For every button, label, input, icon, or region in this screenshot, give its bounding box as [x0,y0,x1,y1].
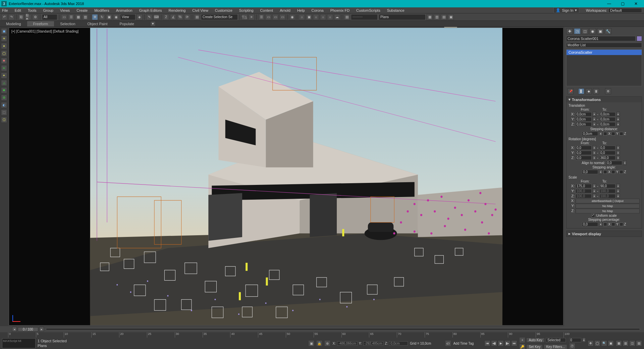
select-place-button[interactable]: ◉ [113,14,119,20]
max-viewport-button[interactable]: ◫ [629,340,635,346]
scale-z-to-input[interactable] [599,194,615,198]
set-key-button[interactable]: Set Key [526,344,543,349]
rot-y-to-input[interactable] [599,151,615,155]
scale-z-from-input[interactable] [576,194,592,198]
menu-civil-view[interactable]: Civil View [192,8,208,12]
ribbon-expand-icon[interactable]: ▾ [150,21,156,27]
display-tab[interactable]: ▣ [597,28,604,34]
trans-y-to-input[interactable] [599,117,615,121]
create-light-icon[interactable]: ☀ [1,36,7,42]
prev-frame-button[interactable]: ◂▮ [491,340,497,346]
configure-sets-button[interactable]: ⚙ [605,88,611,94]
minimize-button[interactable]: — [602,1,616,6]
zoom-view-button[interactable]: 🔍 [601,340,607,346]
lock-selection-button[interactable]: 🔒 [316,340,322,346]
angle-z-check[interactable] [620,170,623,174]
scale-x-to-input[interactable] [599,184,615,188]
key-selected-select[interactable]: Selected [546,338,566,342]
select-rect-button[interactable]: ▦ [75,14,81,20]
ribbon-tab-modeling[interactable]: Modeling [0,21,27,27]
lt-icon-5[interactable]: ⬚ [1,109,7,115]
zoom-all-button[interactable]: ▥ [623,340,629,346]
angle-x-check[interactable] [603,170,607,174]
pct-x-check[interactable] [603,222,607,226]
manipulate-button[interactable]: ✎ [146,14,152,20]
close-button[interactable]: ✕ [629,1,643,6]
lt-icon-6[interactable]: ⓘ [1,117,7,123]
layer-del-button[interactable]: ▤ [441,14,447,20]
menu-substance[interactable]: Substance [387,8,405,12]
rot-x-to-input[interactable] [599,146,615,150]
spinner-up-icon[interactable]: ▴ [593,145,596,150]
layer-vis-button[interactable]: ▣ [448,14,454,20]
trans-z-to-input[interactable] [599,122,615,127]
pin-stack-button[interactable]: 📌 [568,88,574,94]
spinner-snap-button[interactable]: ⟳ [184,14,190,20]
select-move-button[interactable]: ✥ [92,14,98,20]
spinner-up-icon[interactable]: ▴ [616,145,620,150]
angle-y-check[interactable] [611,170,615,174]
next-frame-button[interactable]: ▮▸ [504,340,511,346]
hierarchy-tab[interactable]: ◫ [582,28,588,34]
coord-x[interactable]: -486,066cm [337,341,358,346]
step-pct-input[interactable] [582,222,598,227]
workspaces-select[interactable]: Default [608,8,642,13]
window-crossing-button[interactable]: ▥ [82,14,88,20]
material-editor-button[interactable]: ◉ [289,14,295,20]
orbit-view-button[interactable]: ◯ [594,340,600,346]
menu-modifiers[interactable]: Modifiers [94,8,109,12]
ribbon-tab-selection[interactable]: Selection [54,21,81,27]
plans-select[interactable]: Plans [379,14,426,20]
scale-y-from-input[interactable] [576,189,592,193]
curve-editor-button[interactable]: ▭ [272,14,278,20]
trans-z-from-input[interactable] [576,122,592,127]
render-activeshade-button[interactable]: ☼ [327,14,333,20]
create-system-icon[interactable]: ✦ [1,72,7,79]
menu-arnold[interactable]: Arnold [280,8,290,12]
spinner-up-icon[interactable]: ▴ [616,112,620,116]
undo-button[interactable]: ↶ [1,14,7,20]
scale-x-map-button[interactable]: atterBaseMask ( Output [576,199,640,203]
goto-end-button[interactable]: ⏭ [511,340,517,346]
edit-named-sel-button[interactable]: ▤ [194,14,200,20]
menu-help[interactable]: Help [297,8,305,12]
scale-z-map-button[interactable]: No Map [576,209,640,213]
mirror-button[interactable]: ▽△ [241,14,248,20]
snap-percent-button[interactable]: % [177,14,183,20]
menu-file[interactable]: File [2,8,8,12]
step-x-check[interactable] [603,132,607,136]
modifier-list-select[interactable]: Modifier List [566,43,642,48]
menu-animation[interactable]: Animation [116,8,132,12]
menu-scripting[interactable]: Scripting [239,8,254,12]
scale-y-to-input[interactable] [599,189,615,193]
keyboard-shortcut-button[interactable]: ⌨ [153,14,159,20]
trans-y-from-input[interactable] [576,117,592,121]
spinner-up-icon[interactable]: ▴ [593,150,596,155]
time-track[interactable] [46,328,640,330]
menu-content[interactable]: Content [260,8,273,12]
step-y-check[interactable] [611,132,615,136]
rot-z-from-input[interactable] [576,156,592,160]
rot-x-from-input[interactable] [576,146,592,150]
ribbon-tab-object-paint[interactable]: Object Paint [82,21,114,27]
render-cloud-button[interactable]: ☁ [334,14,340,20]
layer-explorer-button[interactable]: ☰ [258,14,264,20]
time-config-button[interactable]: ⏱ [569,343,575,349]
object-color-swatch[interactable] [637,36,642,41]
select-button[interactable]: ▭ [61,14,67,20]
spinner-up-icon[interactable]: ▴ [593,194,596,198]
spinner-up-icon[interactable]: ▴ [593,117,596,121]
rendered-frame-button[interactable]: ▣ [306,14,312,20]
ribbon-tab-freeform[interactable]: Freeform [27,21,54,27]
time-prev-button[interactable]: ◂ [12,327,17,332]
spinner-up-icon[interactable]: ▴ [623,160,627,165]
select-rotate-button[interactable]: ↻ [99,14,105,20]
time-thumb[interactable]: 0 / 100 [18,327,38,332]
spinner-up-icon[interactable]: ▴ [593,155,596,160]
spinner-up-icon[interactable]: ▴ [616,189,620,193]
transform-type-button[interactable]: ⊕ [324,340,330,346]
create-shape-icon[interactable]: ◯ [1,50,7,56]
time-next-button[interactable]: ▸ [39,327,44,332]
add-time-tag[interactable]: Add Time Tag [453,342,474,345]
menu-edit[interactable]: Edit [15,8,21,12]
